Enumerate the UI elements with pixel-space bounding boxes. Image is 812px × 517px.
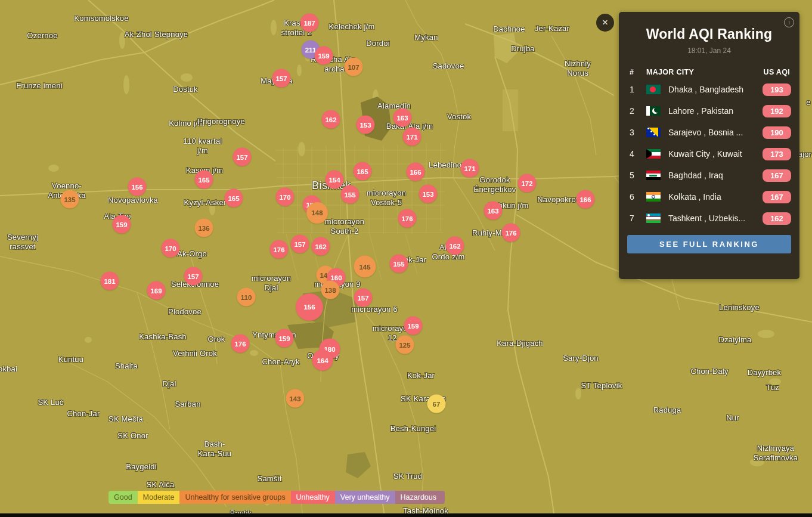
aqi-station-marker[interactable]: 162 [322, 110, 340, 129]
ranking-row[interactable]: 1Dhaka , Bangladesh193 [630, 79, 791, 100]
aqi-badge: 193 [763, 83, 791, 96]
aqi-station-marker[interactable]: 166 [407, 163, 425, 181]
aqi-station-marker[interactable]: 165 [354, 162, 372, 181]
map-place-label: ST Teplovik [581, 381, 622, 391]
aqi-station-marker[interactable]: 143 [286, 389, 305, 408]
aqi-station-marker[interactable]: 67 [427, 395, 446, 413]
city-name: Sarajevo , Bosnia ... [668, 128, 763, 137]
map-place-label: Dordoi [366, 39, 390, 48]
map-place-label: Vostok [447, 112, 471, 122]
map-place-label: Jer-Kazar [535, 24, 569, 33]
map-place-label: Novopavlovka [108, 196, 158, 205]
aqi-badge: 192 [763, 105, 791, 117]
aqi-station-marker[interactable]: 154 [326, 171, 344, 189]
aqi-station-marker[interactable]: 162 [312, 237, 330, 256]
aqi-station-marker[interactable]: 138 [321, 281, 340, 299]
aqi-station-marker[interactable]: 163 [484, 202, 503, 220]
aqi-station-marker[interactable]: 176 [502, 224, 520, 242]
panel-title: World AQI Ranking [626, 26, 792, 42]
ranking-row[interactable]: 3Sarajevo , Bosnia ...190 [630, 122, 791, 143]
see-full-ranking-button[interactable]: SEE FULL RANKING [627, 235, 791, 253]
aqi-station-marker[interactable]: 165 [225, 189, 243, 208]
aqi-station-marker[interactable]: 159 [315, 47, 333, 65]
aqi-station-marker[interactable]: 164 [312, 350, 333, 371]
aqi-station-marker[interactable]: 159 [113, 215, 131, 234]
info-icon[interactable]: i [784, 17, 794, 27]
ranking-row[interactable]: 4Kuwait City , Kuwait173 [630, 143, 791, 165]
ranking-row[interactable]: 6Kolkata , India167 [630, 186, 791, 208]
aqi-station-marker[interactable]: 153 [419, 185, 438, 203]
aqi-badge: 162 [763, 212, 791, 225]
aqi-station-marker[interactable]: 157 [291, 235, 309, 253]
flag-icon-pk [646, 106, 661, 116]
map-place-label: Ozernoe [27, 31, 57, 41]
aqi-station-marker[interactable]: 159 [275, 329, 294, 348]
aqi-station-marker[interactable]: 136 [195, 219, 213, 237]
aqi-station-marker[interactable]: 169 [147, 281, 166, 300]
map-place-label: Kara-Djigach [497, 339, 543, 348]
aqi-station-marker[interactable]: 176 [398, 209, 417, 228]
map-place-label: Drujba [511, 44, 535, 54]
ranking-row[interactable]: 7Tashkent , Uzbekis...162 [630, 208, 791, 229]
bottom-bar [0, 513, 812, 517]
map-place-label: Komsomolskoe [74, 14, 128, 23]
aqi-station-marker[interactable]: 172 [518, 174, 537, 193]
map-place-label: Raduga [653, 405, 681, 415]
flag-icon-uz [646, 213, 661, 223]
rank-number: 5 [630, 171, 646, 180]
aqi-station-marker[interactable]: 166 [577, 190, 595, 209]
map-place-label: Ak-Orgo [177, 249, 207, 259]
aqi-station-marker[interactable]: 159 [404, 317, 423, 335]
aqi-station-marker[interactable]: 157 [272, 69, 291, 88]
map-place-label: Kuntuu [58, 355, 83, 364]
aqi-station-marker[interactable]: 107 [345, 58, 363, 76]
map-place-label: SK Luč [38, 398, 63, 407]
aqi-station-marker[interactable]: 156 [128, 178, 147, 196]
column-rank: # [630, 68, 646, 76]
map-place-label: microrayon Vostok-5 [367, 188, 406, 208]
aqi-station-marker[interactable]: 165 [195, 171, 213, 189]
ranking-row[interactable]: 5Baghdad , Iraq167 [630, 165, 791, 186]
aqi-station-marker[interactable]: 176 [231, 335, 250, 353]
aqi-station-marker[interactable]: 156 [296, 293, 323, 321]
city-name: Lahore , Pakistan [668, 106, 763, 116]
aqi-station-marker[interactable]: 155 [341, 185, 359, 204]
aqi-station-marker[interactable]: 153 [357, 116, 375, 134]
map-place-label: microrayon Djal [252, 274, 291, 293]
aqi-station-marker[interactable]: 110 [237, 288, 256, 307]
city-name: Kolkata , India [668, 192, 763, 202]
aqi-station-marker[interactable]: 187 [300, 14, 319, 32]
aqi-station-marker[interactable]: 176 [270, 240, 289, 259]
map-place-label: Tuz [766, 383, 779, 392]
aqi-station-marker[interactable]: 181 [101, 272, 119, 290]
column-us-aqi: US AQI [764, 68, 790, 76]
aqi-station-marker[interactable]: 162 [446, 237, 464, 255]
map-place-label: microrayon 6 [351, 305, 398, 314]
map-place-label: Djal [162, 379, 176, 389]
city-name: Baghdad , Iraq [668, 171, 763, 180]
rank-number: 2 [630, 106, 646, 116]
aqi-station-marker[interactable]: 170 [162, 239, 180, 258]
aqi-station-marker[interactable]: 145 [354, 256, 376, 278]
aqi-station-marker[interactable]: 171 [461, 159, 479, 178]
aqi-station-marker[interactable]: 170 [276, 188, 295, 206]
map-place-label: Kelechek j/m [329, 22, 375, 32]
ranking-row[interactable]: 2Lahore , Pakistan192 [630, 100, 791, 122]
rank-number: 1 [630, 85, 646, 94]
aqi-station-marker[interactable]: 155 [390, 255, 408, 273]
aqi-station-marker[interactable]: 157 [233, 148, 252, 166]
aqi-station-marker[interactable]: 157 [184, 267, 203, 286]
aqi-station-marker[interactable]: 148 [306, 202, 328, 224]
map-place-label: Severnyj rassvet [7, 233, 38, 252]
close-button[interactable]: × [596, 14, 614, 32]
aqi-station-marker[interactable]: 125 [396, 336, 414, 354]
aqi-station-marker[interactable]: 163 [393, 109, 412, 127]
map-place-label: 110 kvartal j/m [184, 137, 222, 156]
rank-number: 7 [630, 213, 646, 223]
aqi-station-marker[interactable]: 135 [61, 190, 79, 209]
aqi-station-marker[interactable]: 157 [354, 289, 373, 307]
legend-chip: Moderate [138, 491, 180, 504]
close-icon: × [602, 17, 608, 28]
aqi-badge: 167 [763, 191, 791, 203]
aqi-station-marker[interactable]: 171 [403, 128, 422, 146]
